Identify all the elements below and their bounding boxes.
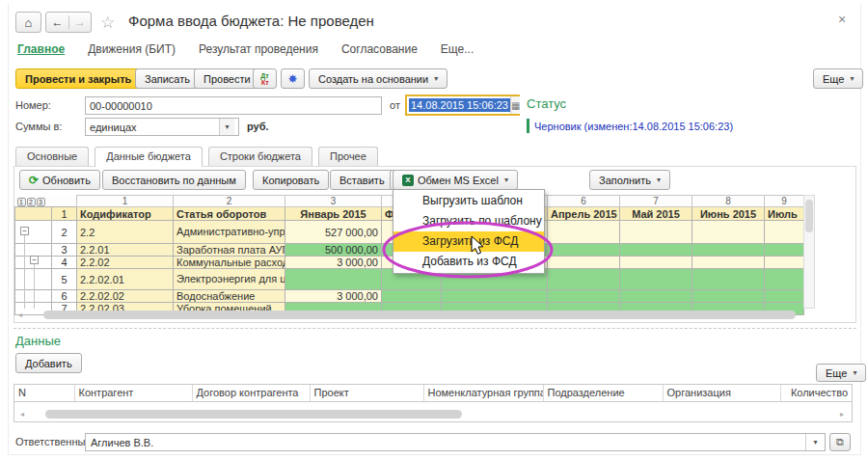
value-cell[interactable]	[548, 244, 620, 257]
level-1-button[interactable]: 1	[17, 198, 26, 206]
close-icon[interactable]: ×	[838, 12, 846, 27]
scrollbar-thumb[interactable]	[805, 200, 813, 232]
value-cell[interactable]: 500 000,00	[285, 244, 382, 257]
code-cell[interactable]: 2.2	[77, 221, 174, 244]
header-january[interactable]: Январь 2015	[285, 207, 382, 221]
value-cell[interactable]	[382, 290, 442, 303]
value-cell[interactable]	[548, 269, 620, 290]
value-cell[interactable]	[548, 221, 620, 244]
paste-button[interactable]: Вставить	[330, 170, 394, 190]
value-cell[interactable]	[620, 257, 692, 269]
menu-item-approval[interactable]: Согласование	[341, 42, 418, 56]
header-counterparty[interactable]: Контрагент	[74, 385, 192, 401]
menu-item-load-from-fsd[interactable]: Загрузить из ФСД	[393, 231, 544, 252]
name-cell[interactable]: Коммунальные расходы	[174, 257, 285, 269]
value-cell[interactable]	[765, 257, 804, 269]
header-july[interactable]: Июль	[765, 207, 804, 221]
level-2-button[interactable]: 2	[27, 198, 36, 206]
name-cell[interactable]: Водоснабжение	[174, 290, 285, 303]
collapse-node-icon[interactable]: −	[30, 256, 39, 264]
code-cell[interactable]: 2.2.02	[77, 257, 174, 269]
code-cell[interactable]: 2.2.02.01	[77, 269, 174, 290]
tab-main[interactable]: Основные	[15, 147, 89, 167]
value-cell[interactable]: 527 000,00	[285, 221, 382, 244]
sums-select[interactable]: единицах ▾	[85, 118, 239, 136]
add-button[interactable]: Добавить	[15, 353, 82, 373]
create-based-on-button[interactable]: Создать на основании▾	[309, 68, 448, 89]
write-button[interactable]: Записать	[135, 68, 200, 89]
value-cell[interactable]	[765, 221, 804, 244]
menu-item-main[interactable]: Главное	[17, 42, 65, 56]
back-button[interactable]: ←	[46, 15, 68, 29]
row-number[interactable]: 4	[52, 257, 77, 269]
grid-vertical-scrollbar[interactable]	[803, 195, 815, 309]
code-cell[interactable]: 2.2.01	[77, 244, 174, 257]
status-text[interactable]: Черновик (изменен:14.08.2015 15:06:23)	[534, 121, 733, 132]
number-input[interactable]: 00-00000010	[85, 96, 382, 115]
value-cell[interactable]: 3 000,00	[285, 257, 382, 269]
calendar-icon[interactable]: ▦	[510, 96, 520, 114]
header-organization[interactable]: Организация	[663, 385, 780, 401]
row-number[interactable]: 3	[52, 244, 77, 257]
responsible-input[interactable]: Агличев В.В. ▾	[85, 433, 826, 451]
data-horizontal-scrollbar[interactable]: ◂ ▸	[16, 408, 848, 420]
copy-button[interactable]: Копировать	[253, 170, 329, 190]
row-number[interactable]: 1	[52, 207, 77, 221]
value-cell[interactable]	[620, 290, 692, 303]
scroll-right-icon[interactable]: ▸	[836, 410, 848, 419]
name-cell[interactable]: Электроэнергия для целей АУП	[174, 269, 285, 290]
value-cell[interactable]	[692, 221, 765, 244]
header-quantity[interactable]: Количество	[780, 385, 852, 401]
menu-item-more[interactable]: Еще...	[441, 42, 474, 56]
header-project[interactable]: Проект	[310, 385, 423, 401]
value-cell[interactable]	[692, 244, 765, 257]
header-may[interactable]: Май 2015	[620, 207, 692, 221]
menu-item-add-from-fsd[interactable]: Добавить из ФСД	[393, 252, 544, 272]
menu-item-posting-result[interactable]: Результат проведения	[199, 42, 318, 56]
header-june[interactable]: Июнь 2015	[692, 207, 765, 221]
value-cell[interactable]	[620, 244, 692, 257]
refresh-button[interactable]: ⟳Обновить	[19, 170, 100, 190]
row-number[interactable]: 2	[52, 221, 77, 244]
more-button[interactable]: Еще▾	[813, 68, 863, 89]
value-cell[interactable]	[548, 257, 620, 269]
post-and-close-button[interactable]: Провести и закрыть	[15, 68, 141, 89]
menu-item-load-by-template[interactable]: Загрузить по шаблону	[393, 211, 544, 231]
value-cell[interactable]	[765, 244, 804, 257]
grid-horizontal-scrollbar[interactable]: ◂	[14, 309, 803, 321]
value-cell[interactable]	[620, 221, 692, 244]
name-cell[interactable]: Административно-управленческие расходы	[174, 221, 285, 244]
home-button[interactable]: ⌂	[15, 12, 41, 33]
excel-exchange-button[interactable]: XОбмен MS Excel▾	[393, 170, 518, 190]
value-cell[interactable]	[692, 290, 765, 303]
row-number[interactable]: 6	[52, 290, 77, 303]
chevron-down-icon[interactable]: ▾	[219, 119, 234, 135]
value-cell[interactable]	[765, 269, 804, 290]
code-cell[interactable]: 2.2.02.02	[77, 290, 174, 303]
header-department[interactable]: Подразделение	[543, 385, 663, 401]
header-contract[interactable]: Договор контрагента	[192, 385, 310, 401]
dtkt-postings-button[interactable]: ДтКт	[253, 68, 277, 89]
chevron-down-icon[interactable]: ▾	[805, 434, 825, 450]
data-more-button[interactable]: Еще▾	[816, 364, 866, 382]
header-nomenclature-group[interactable]: Номенклатурная группа	[423, 385, 543, 401]
header-n[interactable]: N	[14, 385, 74, 401]
scrollbar-thumb[interactable]	[45, 410, 462, 419]
value-cell[interactable]	[285, 269, 382, 290]
tab-budget-lines[interactable]: Строки бюджета	[208, 147, 312, 167]
menu-item-movements[interactable]: Движения (БИТ)	[88, 42, 176, 56]
value-cell[interactable]	[765, 290, 804, 303]
scroll-left-icon[interactable]: ◂	[16, 410, 28, 419]
header-codifier[interactable]: Кодификатор	[77, 207, 174, 221]
scroll-left-icon[interactable]: ◂	[14, 311, 26, 319]
name-cell[interactable]: Заработная плата АУП	[174, 244, 285, 257]
scrollbar-thumb[interactable]	[43, 311, 796, 319]
tab-budget-data[interactable]: Данные бюджета	[95, 147, 203, 167]
row-number[interactable]: 5	[52, 269, 77, 290]
header-april[interactable]: Апрель 2015	[548, 207, 620, 221]
post-button[interactable]: Провести	[194, 68, 260, 89]
value-cell[interactable]	[548, 290, 620, 303]
forward-button[interactable]: →	[68, 15, 91, 29]
menu-item-export-template[interactable]: Выгрузить шаблон	[393, 191, 544, 211]
fill-button[interactable]: Заполнить▾	[589, 170, 670, 190]
